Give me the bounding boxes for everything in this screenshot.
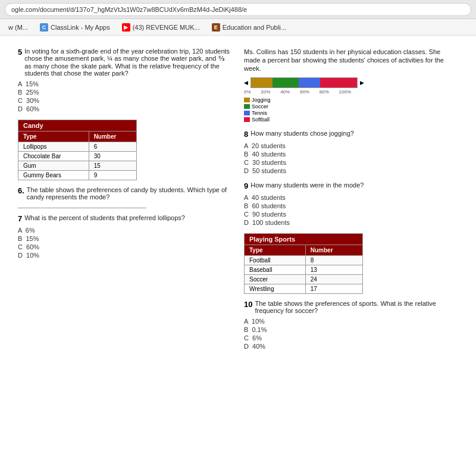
q9-number: 9 [244,181,248,190]
q7-choice-b: B 15% [18,235,232,242]
sports-col-type: Type [245,245,306,256]
q10-choice-a: A 10% [244,318,458,325]
q10-choice-b: B 0.1% [244,326,458,333]
q10-number: 10 [244,300,252,314]
bookmarks-bar: w (M... C ClassLink - My Apps ▶ (43) REV… [0,19,476,36]
address-text: ogle.com/document/d/137o7_hgMzVtJs1W0z7w… [11,6,247,13]
question-7: 7 What is the percent of students that p… [18,214,232,259]
jogging-segment [251,78,273,87]
edu-icon: E [212,23,220,32]
bookmark-classlink[interactable]: C ClassLink - My Apps [35,22,115,33]
table-row: Gummy Bears 9 [18,171,137,180]
q8-choice-c: C 30 students [244,159,458,166]
q10-choice-c: C 6% [244,334,458,342]
bookmark-youtube[interactable]: ▶ (43) REVENGE MUK... [117,22,205,33]
q8-choices: A 20 students B 40 students C 30 student… [244,142,458,174]
sport-type-2: Baseball [245,265,306,275]
table-row: Wrestling 17 [245,284,363,294]
question-9: 9 How many students were in the mode? A … [244,181,458,226]
q9-choices: A 40 students B 60 students C 90 student… [244,194,458,226]
divider [18,208,146,208]
stacked-bar [250,77,358,88]
bookmark-edu[interactable]: E Education and Publi... [207,22,291,33]
q5-number: 5 [18,48,22,77]
table-row: Baseball 13 [245,265,363,275]
legend-jogging: Jogging [244,97,458,103]
pct-60: 60% [300,89,309,95]
q5-choice-a: A 15% [18,80,232,87]
legend-softball-label: Softball [252,117,270,123]
candy-num-2: 30 [89,152,136,161]
table-row: Lollipops 6 [18,142,137,152]
sport-num-2: 13 [305,265,362,275]
legend-softball-color [244,117,250,122]
q10-choices: A 10% B 0.1% C 6% D 40% [244,318,458,350]
legend-softball: Softball [244,117,458,123]
candy-num-1: 6 [89,142,136,152]
q6-number: 6. [18,186,24,201]
q10-text: The table shows the preferences of sport… [255,300,458,314]
pct-0: 0% [244,89,251,95]
q7-choice-a: A 6% [18,227,232,234]
q8-text: How many students chose jogging? [250,130,354,139]
q9-choice-c: C 90 students [244,211,458,218]
content-columns: 5 In voting for a sixth-grade end of the… [18,48,458,357]
q6-text: The table shows the preferences of candy… [27,186,232,201]
sport-type-3: Soccer [245,275,306,284]
sport-type-1: Football [245,256,306,265]
q7-choices: A 6% B 15% C 60% D 10% [18,227,232,259]
browser-chrome: ogle.com/document/d/137o7_hgMzVtJs1W0z7w… [0,0,476,19]
q5-choice-d: D 60% [18,105,232,112]
sport-type-4: Wrestling [245,284,306,294]
sports-table-title: Playing Sports [245,234,363,245]
candy-table-title: Candy [18,120,137,131]
legend-tennis-label: Tennis [252,110,267,116]
q8-number: 8 [244,130,248,139]
candy-table: Candy Type Number Lollipops 6 [18,120,137,180]
sport-num-4: 17 [305,284,362,294]
candy-table-container: Candy Type Number Lollipops 6 [18,120,232,180]
q8-choice-b: B 40 students [244,151,458,158]
table-row: Gum 15 [18,161,137,171]
candy-col-type: Type [18,131,89,142]
ms-collins-block: Ms. Collins has 150 students in her phys… [244,48,458,123]
bookmark-w-label: w (M... [8,24,28,31]
bar-axis-labels: 0% 20% 40% 60% 80% 100% [244,89,351,95]
pct-80: 80% [320,89,329,95]
q9-text: How many students were in the mode? [250,181,364,190]
address-bar[interactable]: ogle.com/document/d/137o7_hgMzVtJs1W0z7w… [5,3,471,16]
bookmark-w[interactable]: w (M... [4,23,33,32]
legend-soccer-color [244,104,250,109]
right-column: Ms. Collins has 150 students in her phys… [244,48,458,357]
page-content: 5 In voting for a sixth-grade end of the… [0,36,476,476]
candy-num-3: 15 [89,161,136,171]
legend-tennis-color [244,111,250,115]
candy-type-2: Chocolate Bar [18,152,89,161]
sports-col-number: Number [305,245,362,256]
q5-choices: A 15% B 25% C 30% D 60% [18,80,232,112]
softball-segment [320,78,357,87]
q5-choice-b: B 25% [18,89,232,96]
legend-jogging-color [244,98,250,102]
question-6: 6. The table shows the preferences of ca… [18,186,232,201]
chart-legend: Jogging Soccer Tennis Softball [244,97,458,123]
pct-20: 20% [261,89,270,95]
q7-text: What is the percent of students that pre… [24,214,185,223]
tennis-segment [299,78,320,87]
percent-bar-chart: ◀ ▶ 0% 20% 40% 60% 8 [244,77,458,123]
sport-num-3: 24 [305,275,362,284]
classlink-icon: C [40,23,48,32]
left-column: 5 In voting for a sixth-grade end of the… [18,48,232,357]
candy-num-4: 9 [89,171,136,180]
candy-col-number: Number [89,131,136,142]
classlink-label: ClassLink - My Apps [51,24,110,31]
question-10: 10 The table shows the preferences of sp… [244,300,458,350]
question-5: 5 In voting for a sixth-grade end of the… [18,48,232,112]
q10-choice-d: D 40% [244,343,458,350]
q7-choice-d: D 10% [18,252,232,259]
sport-num-1: 8 [305,256,362,265]
q7-choice-c: C 60% [18,243,232,250]
question-8: 8 How many students chose jogging? A 20 … [244,130,458,174]
sports-table-container: Playing Sports Type Number Football 8 [244,233,458,294]
sports-table: Playing Sports Type Number Football 8 [244,233,363,294]
